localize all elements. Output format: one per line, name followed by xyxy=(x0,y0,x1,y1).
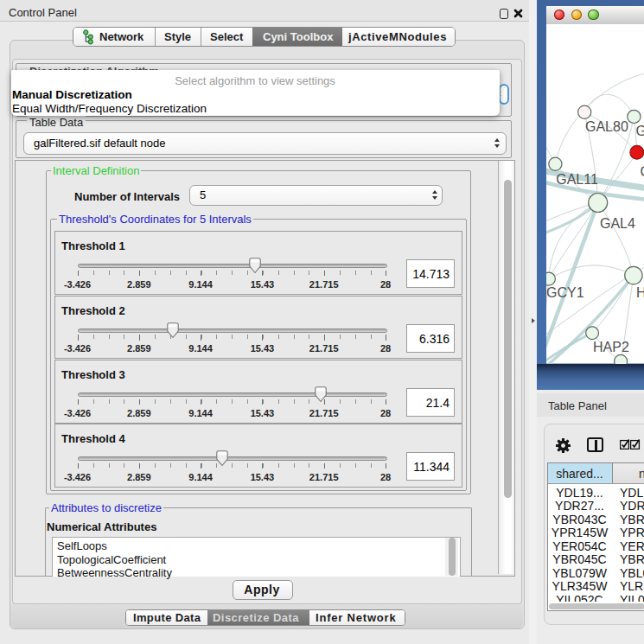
svg-text:C: C xyxy=(640,164,644,179)
svg-text:G...: G... xyxy=(635,124,644,138)
svg-text:GAL80: GAL80 xyxy=(585,119,628,134)
svg-text:H: H xyxy=(636,285,644,300)
svg-text:HAP2: HAP2 xyxy=(593,340,629,354)
svg-text:GCY1: GCY1 xyxy=(546,285,584,300)
svg-text:GAL11: GAL11 xyxy=(556,172,598,187)
svg-text:GAL4: GAL4 xyxy=(600,216,635,231)
